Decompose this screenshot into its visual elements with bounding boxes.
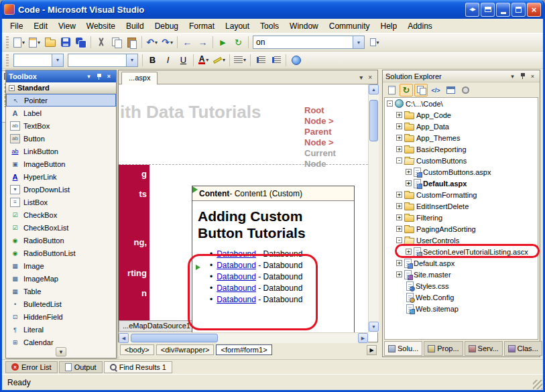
tree-item-app-code[interactable]: +App_Code xyxy=(385,109,538,121)
window-layout-button[interactable] xyxy=(481,3,495,17)
toolbox-item-image[interactable]: ▦Image xyxy=(6,259,116,272)
tab-server-explorer[interactable]: Serv... xyxy=(465,341,503,356)
alignment-button[interactable]: ▾ xyxy=(232,53,248,68)
italic-button[interactable]: I xyxy=(160,53,176,68)
hyperlink-button[interactable] xyxy=(288,53,304,68)
start-debug-button[interactable]: ▶ xyxy=(215,35,231,50)
menu-tools[interactable]: Tools xyxy=(255,19,284,33)
resize-grip[interactable] xyxy=(533,380,542,389)
usercontrol-smart-tag-icon[interactable] xyxy=(196,265,200,270)
view-designer-button[interactable] xyxy=(444,84,457,96)
paste-button[interactable] xyxy=(124,35,139,50)
toolbox-item-radiobutton[interactable]: ◉RadioButton xyxy=(6,234,116,247)
toolbox-scroll-down-button[interactable]: ▼ xyxy=(56,347,66,356)
horizontal-scroll-thumb[interactable] xyxy=(131,334,218,342)
undo-button[interactable]: ↶▾ xyxy=(144,35,160,50)
menu-build[interactable]: Build xyxy=(121,19,149,33)
toolbox-item-button[interactable]: abButton xyxy=(6,132,116,145)
menu-help[interactable]: Help xyxy=(375,19,402,33)
tree-item-pagingandsorting[interactable]: +PagingAndSorting xyxy=(385,223,538,235)
menu-addins[interactable]: Addins xyxy=(402,19,438,33)
menu-website[interactable]: Website xyxy=(81,19,121,33)
auto-hide-pin-button[interactable] xyxy=(518,72,527,80)
toolbox-item-hiddenfield[interactable]: ⊡HiddenField xyxy=(6,310,116,323)
toolbox-item-bulletedlist[interactable]: •BulletedList xyxy=(6,298,116,310)
save-button[interactable] xyxy=(58,35,73,50)
sitemapdatasource-control[interactable]: ...eMapDataSource1 xyxy=(119,320,194,332)
tab-error-list[interactable]: xError List xyxy=(5,361,58,373)
nav-link-fragment[interactable]: n xyxy=(141,288,147,298)
restore-button[interactable] xyxy=(511,3,526,17)
tree-item-root[interactable]: -C:\...\Code\ xyxy=(385,98,538,109)
toolbox-item-label[interactable]: ALabel xyxy=(6,107,116,119)
toolbox-item-table[interactable]: ▦Table xyxy=(6,285,116,298)
tree-item-filtering[interactable]: +Filtering xyxy=(385,212,538,223)
tab-properties[interactable]: Prop... xyxy=(424,341,463,356)
open-file-button[interactable] xyxy=(42,35,58,50)
design-surface[interactable]: ith Data Tutorials Root Node > Parent No… xyxy=(119,84,368,332)
menu-view[interactable]: View xyxy=(53,19,81,33)
tree-item-sectionleveltutoriallisting-ascx[interactable]: +SectionLevelTutorialListing.ascx xyxy=(385,246,538,257)
sync-button[interactable]: ↻ xyxy=(231,35,246,50)
tree-expander[interactable]: + xyxy=(406,249,412,255)
tree-item-web-sitemap[interactable]: Web.sitemap xyxy=(385,303,538,314)
target-rule-input[interactable] xyxy=(13,54,52,67)
nav-link-fragment[interactable]: g xyxy=(141,169,147,179)
tree-item-app-data[interactable]: +App_Data xyxy=(385,121,538,132)
menu-debug[interactable]: Debug xyxy=(149,19,184,33)
bold-button[interactable]: B xyxy=(145,53,160,68)
tree-item-app-themes[interactable]: +App_Themes xyxy=(385,132,538,143)
tree-expander[interactable]: + xyxy=(396,146,402,152)
window-position-button[interactable]: ▾ xyxy=(508,72,517,80)
breadcrumb-root-link[interactable]: Node > xyxy=(304,116,365,127)
toolbar-overflow-button[interactable]: ▾ xyxy=(367,35,382,50)
toolbox-item-listbox[interactable]: ≡ListBox xyxy=(6,196,116,208)
toolbox-item-literal[interactable]: ¶Literal xyxy=(6,323,116,336)
font-color-button[interactable]: A▾ xyxy=(196,53,211,68)
content-placeholder-control[interactable]: Content - Content1 (Custom) Adding Custo… xyxy=(192,186,355,332)
toolbox-item-dropdownlist[interactable]: ▾DropDownList xyxy=(6,183,116,196)
tree-expander[interactable]: + xyxy=(396,203,402,209)
tree-expander[interactable]: + xyxy=(396,135,402,141)
menu-community[interactable]: Community xyxy=(324,19,375,33)
smart-tag-icon[interactable] xyxy=(192,186,198,193)
vertical-scroll-thumb[interactable] xyxy=(369,100,378,141)
tree-expander[interactable]: + xyxy=(406,180,412,186)
tag-scroll-right-button[interactable]: ▶ xyxy=(367,345,377,355)
toolbox-item-linkbutton[interactable]: abLinkButton xyxy=(6,145,116,157)
font-combo-dropdown[interactable]: ▾ xyxy=(127,54,138,67)
databound-link[interactable]: Databound xyxy=(217,272,256,281)
solution-explorer-close-button[interactable]: × xyxy=(528,72,537,80)
find-input[interactable] xyxy=(253,36,353,49)
tab-solution-explorer[interactable]: Solu... xyxy=(384,341,422,356)
toolbox-group-standard[interactable]: - Standard xyxy=(6,82,116,94)
bulleted-list-button[interactable] xyxy=(253,53,268,68)
tree-expander[interactable]: + xyxy=(396,226,402,232)
auto-hide-pin-button[interactable] xyxy=(95,72,103,81)
tree-item-editinsertdelete[interactable]: +EditInsertDelete xyxy=(385,200,538,212)
tab-output[interactable]: Output xyxy=(59,361,103,373)
active-files-dropdown-button[interactable]: ▾ xyxy=(357,74,365,81)
tree-item-basicreporting[interactable]: +BasicReporting xyxy=(385,143,538,155)
copy-button[interactable] xyxy=(109,35,124,50)
toolbox-item-imagebutton[interactable]: ▣ImageButton xyxy=(6,157,116,170)
toolbox-item-imagemap[interactable]: ▩ImageMap xyxy=(6,272,116,285)
font-input[interactable] xyxy=(68,54,127,67)
tree-item-site-master[interactable]: +Site.master xyxy=(385,269,538,280)
numbered-list-button[interactable] xyxy=(268,53,284,68)
toolbox-item-radiobuttonlist[interactable]: ◉RadioButtonList xyxy=(6,247,116,259)
add-new-item-button[interactable]: ▾ xyxy=(27,35,42,50)
tree-item-usercontrols[interactable]: -UserControls xyxy=(385,235,538,246)
tree-expander[interactable]: - xyxy=(387,101,393,107)
scroll-right-button[interactable]: ▶ xyxy=(358,333,368,343)
tree-item-default-aspx[interactable]: +Default.aspx xyxy=(385,257,538,269)
navigate-forward-button[interactable]: → xyxy=(195,35,210,50)
tree-expander[interactable]: + xyxy=(406,169,412,175)
toolbox-item-checkboxlist[interactable]: ☑CheckBoxList xyxy=(6,221,116,234)
tag-div-wrapper[interactable]: <div#wrapper> xyxy=(156,344,215,355)
scroll-down-button[interactable]: ▼ xyxy=(369,322,379,332)
breadcrumb-parent-link[interactable]: Parent xyxy=(304,127,365,137)
breadcrumb-parent-link[interactable]: Node > xyxy=(304,137,365,148)
menu-layout[interactable]: Layout xyxy=(220,19,255,33)
toolbar-grip[interactable] xyxy=(6,54,9,66)
